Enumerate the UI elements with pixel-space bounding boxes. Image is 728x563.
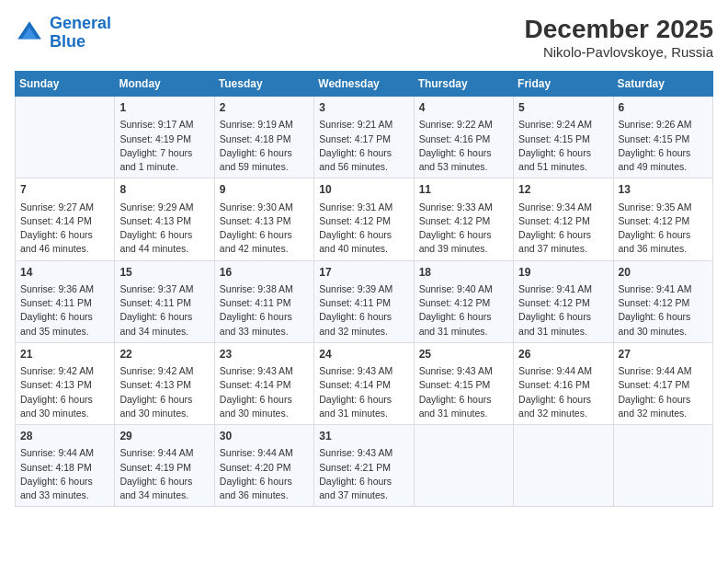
calendar-cell: 3Sunrise: 9:21 AMSunset: 4:17 PMDaylight… <box>314 97 414 178</box>
day-info: Sunrise: 9:44 AMSunset: 4:16 PMDaylight:… <box>518 364 608 420</box>
day-info: Sunrise: 9:39 AMSunset: 4:11 PMDaylight:… <box>319 282 408 339</box>
day-info: Sunrise: 9:38 AMSunset: 4:11 PMDaylight:… <box>220 282 309 339</box>
day-info: Sunrise: 9:42 AMSunset: 4:13 PMDaylight:… <box>20 364 109 420</box>
day-number: 14 <box>20 265 109 281</box>
calendar-cell: 2Sunrise: 9:19 AMSunset: 4:18 PMDaylight… <box>214 97 313 178</box>
day-info: Sunrise: 9:27 AMSunset: 4:14 PMDaylight:… <box>20 201 109 257</box>
day-info: Sunrise: 9:41 AMSunset: 4:12 PMDaylight:… <box>619 282 708 339</box>
calendar-cell: 28Sunrise: 9:44 AMSunset: 4:18 PMDayligh… <box>16 425 115 507</box>
calendar-cell: 16Sunrise: 9:38 AMSunset: 4:11 PMDayligh… <box>214 260 313 342</box>
day-info: Sunrise: 9:33 AMSunset: 4:12 PMDaylight:… <box>419 201 508 257</box>
calendar-cell: 9Sunrise: 9:30 AMSunset: 4:13 PMDaylight… <box>214 178 313 260</box>
day-info: Sunrise: 9:43 AMSunset: 4:15 PMDaylight:… <box>419 364 508 420</box>
logo: General Blue <box>15 15 111 52</box>
day-number: 9 <box>220 182 309 198</box>
day-number: 24 <box>319 347 408 362</box>
calendar-cell: 29Sunrise: 9:44 AMSunset: 4:19 PMDayligh… <box>115 425 214 507</box>
day-number: 28 <box>20 429 109 444</box>
calendar-week-row: 1Sunrise: 9:17 AMSunset: 4:19 PMDaylight… <box>16 97 713 178</box>
calendar-header-row: SundayMondayTuesdayWednesdayThursdayFrid… <box>16 72 713 97</box>
calendar-cell: 11Sunrise: 9:33 AMSunset: 4:12 PMDayligh… <box>414 178 513 260</box>
calendar-cell: 30Sunrise: 9:44 AMSunset: 4:20 PMDayligh… <box>214 425 313 507</box>
calendar-table: SundayMondayTuesdayWednesdayThursdayFrid… <box>15 71 713 507</box>
day-number: 25 <box>419 347 508 362</box>
day-number: 10 <box>319 182 408 198</box>
day-info: Sunrise: 9:37 AMSunset: 4:11 PMDaylight:… <box>119 282 209 339</box>
header-sunday: Sunday <box>16 72 115 97</box>
day-number: 1 <box>119 100 209 116</box>
day-number: 21 <box>20 347 109 362</box>
day-number: 5 <box>518 100 608 116</box>
day-info: Sunrise: 9:43 AMSunset: 4:21 PMDaylight:… <box>319 446 408 502</box>
day-number: 30 <box>220 429 309 444</box>
logo-text: General Blue <box>50 15 111 52</box>
day-number: 15 <box>119 265 209 281</box>
day-info: Sunrise: 9:44 AMSunset: 4:18 PMDaylight:… <box>20 446 109 502</box>
page-header: General Blue December 2025 Nikolo-Pavlov… <box>15 15 713 60</box>
day-info: Sunrise: 9:40 AMSunset: 4:12 PMDaylight:… <box>419 282 508 339</box>
calendar-week-row: 28Sunrise: 9:44 AMSunset: 4:18 PMDayligh… <box>16 425 713 507</box>
title-block: December 2025 Nikolo-Pavlovskoye, Russia <box>525 15 713 60</box>
calendar-cell: 21Sunrise: 9:42 AMSunset: 4:13 PMDayligh… <box>16 342 115 424</box>
day-info: Sunrise: 9:30 AMSunset: 4:13 PMDaylight:… <box>220 201 309 257</box>
calendar-cell: 6Sunrise: 9:26 AMSunset: 4:15 PMDaylight… <box>613 97 712 178</box>
calendar-title: December 2025 <box>525 15 713 44</box>
calendar-cell: 31Sunrise: 9:43 AMSunset: 4:21 PMDayligh… <box>314 425 414 507</box>
day-number: 29 <box>119 429 209 444</box>
calendar-cell: 19Sunrise: 9:41 AMSunset: 4:12 PMDayligh… <box>514 260 613 342</box>
day-info: Sunrise: 9:43 AMSunset: 4:14 PMDaylight:… <box>319 364 408 420</box>
day-info: Sunrise: 9:17 AMSunset: 4:19 PMDaylight:… <box>119 118 209 174</box>
day-number: 17 <box>319 265 408 281</box>
calendar-cell: 1Sunrise: 9:17 AMSunset: 4:19 PMDaylight… <box>115 97 214 178</box>
calendar-cell <box>414 425 513 507</box>
day-number: 13 <box>619 182 708 198</box>
calendar-subtitle: Nikolo-Pavlovskoye, Russia <box>525 44 713 60</box>
day-info: Sunrise: 9:24 AMSunset: 4:15 PMDaylight:… <box>518 118 608 174</box>
calendar-cell: 5Sunrise: 9:24 AMSunset: 4:15 PMDaylight… <box>514 97 613 178</box>
header-thursday: Thursday <box>414 72 513 97</box>
day-number: 4 <box>419 100 508 116</box>
day-number: 26 <box>518 347 608 362</box>
day-number: 20 <box>619 265 708 281</box>
calendar-cell: 14Sunrise: 9:36 AMSunset: 4:11 PMDayligh… <box>16 260 115 342</box>
calendar-cell: 17Sunrise: 9:39 AMSunset: 4:11 PMDayligh… <box>314 260 414 342</box>
header-saturday: Saturday <box>613 72 712 97</box>
header-tuesday: Tuesday <box>214 72 313 97</box>
day-number: 31 <box>319 429 408 444</box>
day-number: 7 <box>20 182 109 198</box>
day-number: 12 <box>518 182 608 198</box>
calendar-cell: 4Sunrise: 9:22 AMSunset: 4:16 PMDaylight… <box>414 97 513 178</box>
day-number: 18 <box>419 265 508 281</box>
day-info: Sunrise: 9:44 AMSunset: 4:17 PMDaylight:… <box>619 364 708 420</box>
day-number: 8 <box>119 182 209 198</box>
day-info: Sunrise: 9:43 AMSunset: 4:14 PMDaylight:… <box>220 364 309 420</box>
calendar-cell: 7Sunrise: 9:27 AMSunset: 4:14 PMDaylight… <box>16 178 115 260</box>
logo-line2: Blue <box>50 32 85 51</box>
calendar-cell: 22Sunrise: 9:42 AMSunset: 4:13 PMDayligh… <box>115 342 214 424</box>
day-info: Sunrise: 9:34 AMSunset: 4:12 PMDaylight:… <box>518 201 608 257</box>
day-info: Sunrise: 9:31 AMSunset: 4:12 PMDaylight:… <box>319 201 408 257</box>
day-number: 6 <box>619 100 708 116</box>
day-info: Sunrise: 9:35 AMSunset: 4:12 PMDaylight:… <box>619 201 708 257</box>
day-info: Sunrise: 9:21 AMSunset: 4:17 PMDaylight:… <box>319 118 408 174</box>
day-number: 27 <box>619 347 708 362</box>
day-number: 2 <box>220 100 309 116</box>
calendar-cell: 20Sunrise: 9:41 AMSunset: 4:12 PMDayligh… <box>613 260 712 342</box>
header-wednesday: Wednesday <box>314 72 414 97</box>
calendar-week-row: 21Sunrise: 9:42 AMSunset: 4:13 PMDayligh… <box>16 342 713 424</box>
day-info: Sunrise: 9:19 AMSunset: 4:18 PMDaylight:… <box>220 118 309 174</box>
day-number: 3 <box>319 100 408 116</box>
calendar-cell: 10Sunrise: 9:31 AMSunset: 4:12 PMDayligh… <box>314 178 414 260</box>
calendar-cell: 25Sunrise: 9:43 AMSunset: 4:15 PMDayligh… <box>414 342 513 424</box>
day-info: Sunrise: 9:42 AMSunset: 4:13 PMDaylight:… <box>119 364 209 420</box>
day-number: 23 <box>220 347 309 362</box>
calendar-cell: 24Sunrise: 9:43 AMSunset: 4:14 PMDayligh… <box>314 342 414 424</box>
calendar-cell: 13Sunrise: 9:35 AMSunset: 4:12 PMDayligh… <box>613 178 712 260</box>
calendar-cell: 26Sunrise: 9:44 AMSunset: 4:16 PMDayligh… <box>514 342 613 424</box>
calendar-cell: 12Sunrise: 9:34 AMSunset: 4:12 PMDayligh… <box>514 178 613 260</box>
logo-icon <box>15 18 44 48</box>
calendar-week-row: 7Sunrise: 9:27 AMSunset: 4:14 PMDaylight… <box>16 178 713 260</box>
header-friday: Friday <box>514 72 613 97</box>
logo-line1: General <box>50 14 111 32</box>
day-number: 11 <box>419 182 508 198</box>
